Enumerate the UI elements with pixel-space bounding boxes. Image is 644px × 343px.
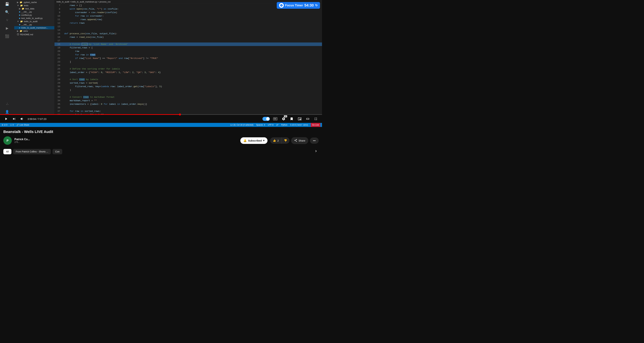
account-icon[interactable]: 👤 bbox=[5, 110, 10, 114]
filter-chip-con-label: Con bbox=[55, 150, 60, 153]
share-label: Share bbox=[298, 139, 305, 142]
video-title: Beanstalk - Wells LIVE Audit bbox=[3, 130, 319, 134]
file-item-venv[interactable]: ▶ 📁 venv bbox=[14, 29, 54, 33]
file-item-trello-to-audit[interactable]: ▼ 📁 trello_to_audit bbox=[14, 20, 54, 23]
toggle-knob bbox=[266, 117, 270, 121]
bell-icon: 🔔 bbox=[243, 139, 247, 142]
code-line-38: 38 label = row["Labels"] bbox=[54, 113, 322, 114]
clip-button[interactable] bbox=[289, 116, 294, 121]
code-line-17: 17 bbox=[54, 39, 322, 43]
svg-text:P: P bbox=[6, 139, 8, 142]
file-item-pytest-cache[interactable]: ▶ 📁 .pytest_cache bbox=[14, 1, 54, 4]
search-icon[interactable]: 🔍 bbox=[5, 10, 10, 15]
status-bar: ⊘ ⊘ 0 ⚠ 0 🔗 Live Share Ln 18, Col 18 (4 … bbox=[0, 123, 322, 127]
skip-next-button[interactable] bbox=[12, 116, 17, 122]
share-button[interactable]: Share bbox=[291, 137, 308, 144]
subscribe-button[interactable]: 🔔 Subscribed ▾ bbox=[240, 137, 268, 144]
code-editor[interactable]: 7 rows = [] 8 with open(csv_file, "r") a… bbox=[54, 4, 322, 114]
status-warnings[interactable]: ⚠ 0 bbox=[10, 124, 14, 126]
settings-button[interactable]: HD bbox=[281, 116, 286, 121]
status-python-version: 3.10.6 ('venv': venv) bbox=[290, 124, 308, 126]
breadcrumb-text: trello_to_audit > trello_to_audit_markdo… bbox=[56, 1, 111, 3]
channel-avatar[interactable]: P bbox=[3, 136, 12, 145]
channel-name[interactable]: Patrick Co... bbox=[14, 138, 238, 141]
file-item-tests[interactable]: ▼ 📁 tests bbox=[14, 4, 54, 7]
cc-button[interactable]: CC bbox=[272, 117, 278, 121]
code-line-24: 24 bbox=[54, 64, 322, 67]
current-time: 3:59:04 bbox=[28, 118, 36, 120]
fullscreen-button[interactable] bbox=[313, 116, 319, 121]
file-item-test-data[interactable]: ▶ 📁 test_data bbox=[14, 7, 54, 10]
filter-chips-row: All From Patrick Collins - Shorts ... Co… bbox=[0, 146, 322, 156]
code-line-15: 15 def process_csv(csv_file, output_file… bbox=[54, 32, 322, 36]
total-time: 7:07:23 bbox=[38, 118, 46, 120]
more-button[interactable]: ••• bbox=[310, 138, 319, 144]
focus-timer-label: Focus Timer bbox=[285, 4, 303, 7]
code-line-21: 21 for row in rows bbox=[54, 53, 322, 57]
file-item-conftest[interactable]: ■ conftest.py bbox=[14, 14, 54, 17]
code-line-23: 23 ] bbox=[54, 60, 322, 64]
source-control-icon[interactable]: ⑂ bbox=[5, 18, 10, 23]
progress-fill bbox=[0, 114, 180, 115]
theater-button[interactable] bbox=[305, 116, 310, 121]
play-button[interactable] bbox=[3, 116, 9, 122]
autoplay-toggle[interactable] bbox=[262, 117, 270, 121]
code-line-13: 13 bbox=[54, 25, 322, 28]
code-line-30: 30 filtered_rows, key=lambda row: label_… bbox=[54, 85, 322, 88]
explorer-icon[interactable]: 💾 bbox=[5, 2, 10, 7]
code-editor-area: trello_to_audit > trello_to_audit_markdo… bbox=[54, 0, 322, 114]
toggle-track[interactable] bbox=[262, 117, 270, 121]
code-line-22: 22 if row["List Name"] == "Report" and r… bbox=[54, 57, 322, 60]
code-line-25: 25 # Define the sorting order for labels bbox=[54, 67, 322, 71]
dislike-section[interactable]: 👎 bbox=[282, 137, 290, 144]
like-dislike-pill[interactable]: 👍 2 👎 bbox=[270, 137, 290, 144]
editor-area: 💾 🔍 ⑂ ▶ ⬛ ⛬ 👤 ▶ 📁 .pytest_cache ▼ 📁 test… bbox=[0, 0, 322, 114]
share-icon bbox=[294, 139, 297, 142]
dislike-icon: 👎 bbox=[284, 139, 287, 142]
channel-subs: 275... bbox=[14, 141, 238, 143]
volume-button[interactable] bbox=[20, 116, 25, 122]
status-cursor: Ln 18, Col 18 (4 selected) bbox=[230, 124, 254, 126]
filter-chip-con[interactable]: Con bbox=[52, 149, 62, 154]
status-language[interactable]: Python bbox=[281, 124, 288, 126]
miniplayer-button[interactable] bbox=[297, 116, 302, 121]
svg-text:F: F bbox=[281, 5, 282, 6]
code-line-26: 26 label_order = {"HIGH": 0, "MEDIUM": 1… bbox=[54, 71, 322, 74]
run-icon[interactable]: ▶ bbox=[5, 26, 10, 31]
filter-chip-patrick-shorts[interactable]: From Patrick Collins - Shorts ... bbox=[13, 149, 51, 154]
code-line-18: 18 # Filter rows by 'List Name' and 'Arc… bbox=[54, 43, 322, 46]
code-line-34: 34 markdown_report = "" bbox=[54, 99, 322, 102]
code-line-29: 29 sorted_rows = sorted( bbox=[54, 81, 322, 85]
channel-row: P Patrick Co... 275... 🔔 Subscribed ▾ 👍 … bbox=[3, 136, 319, 145]
file-item-init-1[interactable]: ■ __init__.py bbox=[14, 10, 54, 14]
controls-bar: 3:59:04 / 7:07:23 CC HD bbox=[0, 115, 322, 123]
status-go-live[interactable]: Go Live bbox=[311, 123, 320, 127]
focus-timer[interactable]: F Focus Timer 54:30 ↻ bbox=[277, 2, 320, 9]
file-item-trello-markdown[interactable]: ■ trello_to_audit_markdown... bbox=[14, 26, 54, 29]
filter-next-button[interactable] bbox=[313, 148, 319, 155]
file-item-readme[interactable]: ⓘ README.md bbox=[14, 33, 54, 36]
code-line-19: 19 filtered_rows = [ bbox=[54, 46, 322, 50]
subscribe-label: Subscribed bbox=[248, 139, 262, 142]
like-section[interactable]: 👍 2 bbox=[270, 137, 282, 144]
code-line-16: 16 rows = read_csv(csv_file) bbox=[54, 36, 322, 39]
file-item-init-2[interactable]: ■ __init__.py bbox=[14, 23, 54, 26]
code-line-14: 14 bbox=[54, 28, 322, 32]
focus-timer-refresh[interactable]: ↻ bbox=[315, 4, 318, 7]
code-line-28: 28 # Sort rows by labels bbox=[54, 78, 322, 81]
more-icon: ••• bbox=[313, 139, 316, 142]
status-errors[interactable]: ⊘ ⊘ 0 bbox=[2, 124, 8, 126]
video-progress-bar[interactable] bbox=[0, 114, 322, 115]
testing-icon[interactable]: ⛬ bbox=[5, 101, 10, 106]
file-item-test-trello[interactable]: ■ test_trello_to_audit.py bbox=[14, 17, 54, 20]
extensions-icon[interactable]: ⬛ bbox=[5, 34, 10, 39]
status-live-share[interactable]: 🔗 Live Share bbox=[16, 124, 29, 126]
like-count: 2 bbox=[278, 139, 279, 142]
filter-chip-all-label: All bbox=[6, 150, 9, 153]
status-spaces: Spaces: 4 bbox=[256, 124, 265, 126]
filter-chip-all[interactable]: All bbox=[3, 149, 12, 154]
time-display: 3:59:04 / 7:07:23 bbox=[28, 118, 46, 120]
code-line-35: 35 incrementors = {label: 0 for label in… bbox=[54, 102, 322, 106]
status-line-ending: LF bbox=[276, 124, 278, 126]
focus-timer-icon: F bbox=[279, 3, 284, 8]
